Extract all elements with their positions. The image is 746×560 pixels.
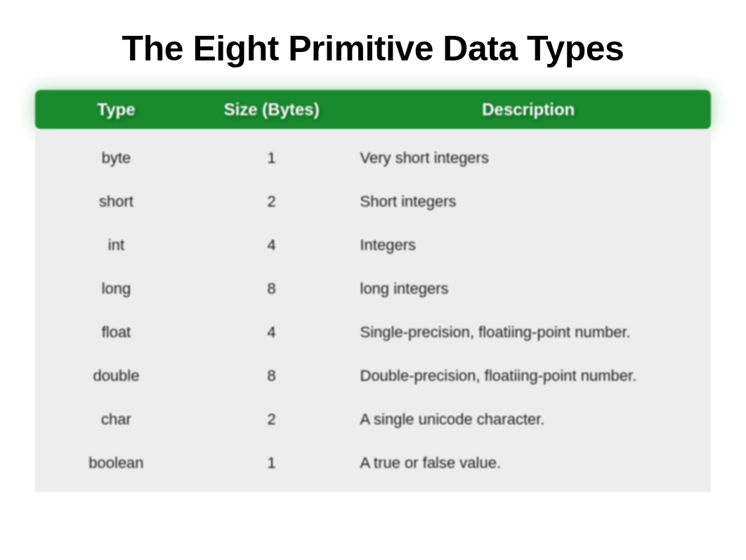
cell-size: 2 [197, 193, 346, 211]
header-description: Description [346, 100, 711, 119]
table-row: byte 1 Very short integers [35, 136, 711, 180]
cell-description: Short integers [346, 193, 711, 211]
cell-description: Single-precision, floatiing-point number… [346, 323, 711, 341]
cell-type: float [35, 323, 197, 341]
header-type: Type [35, 100, 197, 119]
header-size: Size (Bytes) [197, 100, 346, 119]
cell-description: Double-precision, floatiing-point number… [346, 367, 711, 385]
cell-description: long integers [346, 280, 711, 298]
cell-description: Integers [346, 236, 711, 254]
page-title: The Eight Primitive Data Types [35, 28, 711, 69]
cell-size: 8 [197, 280, 346, 298]
cell-type: long [35, 280, 197, 298]
primitive-types-table: Type Size (Bytes) Description byte 1 Ver… [35, 90, 711, 492]
cell-description: Very short integers [346, 149, 711, 167]
cell-size: 4 [197, 323, 346, 341]
cell-type: boolean [35, 454, 197, 472]
table-row: double 8 Double-precision, floatiing-poi… [35, 354, 711, 398]
table-body: byte 1 Very short integers short 2 Short… [35, 129, 711, 492]
table-row: short 2 Short integers [35, 180, 711, 223]
table-row: float 4 Single-precision, floatiing-poin… [35, 311, 711, 354]
cell-description: A single unicode character. [346, 410, 711, 429]
table-row: char 2 A single unicode character. [35, 398, 711, 441]
table-row: int 4 Integers [35, 223, 711, 267]
table-header-row: Type Size (Bytes) Description [35, 90, 711, 129]
cell-size: 1 [197, 149, 346, 167]
cell-type: short [35, 193, 197, 211]
cell-type: byte [35, 149, 197, 167]
cell-type: char [35, 410, 197, 429]
cell-type: double [35, 367, 197, 385]
cell-size: 1 [197, 454, 346, 472]
cell-description: A true or false value. [346, 454, 711, 472]
cell-size: 4 [197, 236, 346, 254]
cell-type: int [35, 236, 197, 254]
cell-size: 2 [197, 410, 346, 429]
cell-size: 8 [197, 367, 346, 385]
table-row: long 8 long integers [35, 267, 711, 311]
table-row: boolean 1 A true or false value. [35, 441, 711, 485]
